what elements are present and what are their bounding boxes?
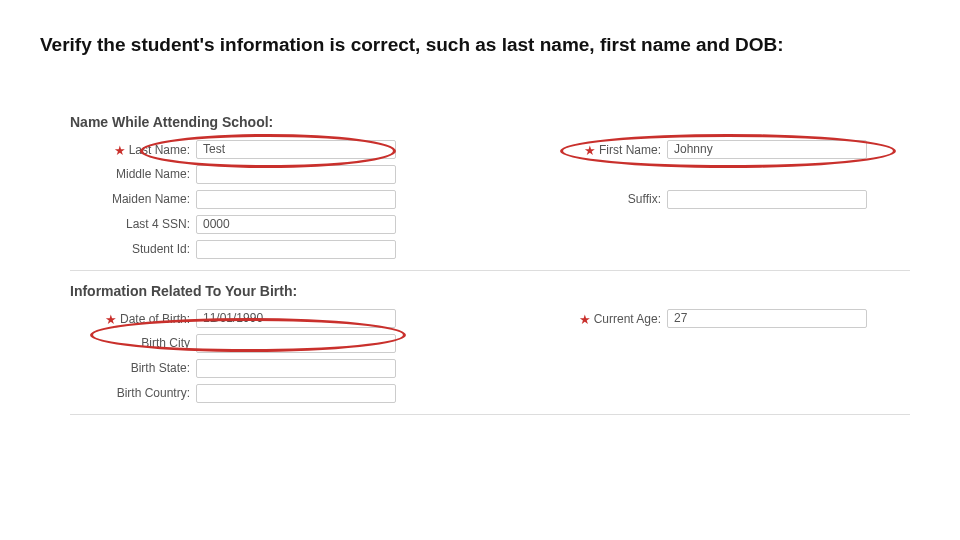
ssn-label: Last 4 SSN: xyxy=(70,217,196,231)
birth-state-input[interactable] xyxy=(196,359,396,378)
last-name-label: ★Last Name: xyxy=(70,142,196,157)
birth-city-label: Birth City xyxy=(70,336,196,350)
middle-name-input[interactable] xyxy=(196,165,396,184)
dob-label: ★Date of Birth: xyxy=(70,311,196,326)
dob-input[interactable] xyxy=(196,309,396,328)
birth-state-label: Birth State: xyxy=(70,361,196,375)
student-id-input[interactable] xyxy=(196,240,396,259)
last-name-label-text: Last Name: xyxy=(129,143,190,157)
row-student-id: Student Id: xyxy=(70,238,910,260)
suffix-input[interactable] xyxy=(667,190,867,209)
first-name-input[interactable] xyxy=(667,140,867,159)
row-maiden-suffix: Maiden Name: Suffix: xyxy=(70,188,910,210)
section-divider xyxy=(70,270,910,271)
birth-country-label: Birth Country: xyxy=(70,386,196,400)
section-divider xyxy=(70,414,910,415)
row-ssn: Last 4 SSN: xyxy=(70,213,910,235)
row-dob-age: ★Date of Birth: ★Current Age: xyxy=(70,307,910,329)
current-age-label: ★Current Age: xyxy=(561,311,667,326)
birth-city-input[interactable] xyxy=(196,334,396,353)
student-id-label: Student Id: xyxy=(70,242,196,256)
current-age-label-text: Current Age: xyxy=(594,312,661,326)
row-birth-state: Birth State: xyxy=(70,357,910,379)
student-form: Name While Attending School: ★Last Name:… xyxy=(70,110,910,427)
maiden-name-label: Maiden Name: xyxy=(70,192,196,206)
section-heading-birth: Information Related To Your Birth: xyxy=(70,283,910,299)
row-middle-name: Middle Name: xyxy=(70,163,910,185)
required-star-icon: ★ xyxy=(105,312,117,327)
required-star-icon: ★ xyxy=(579,312,591,327)
dob-label-text: Date of Birth: xyxy=(120,312,190,326)
maiden-name-input[interactable] xyxy=(196,190,396,209)
required-star-icon: ★ xyxy=(114,143,126,158)
current-age-input[interactable] xyxy=(667,309,867,328)
section-heading-name: Name While Attending School: xyxy=(70,114,910,130)
ssn-input[interactable] xyxy=(196,215,396,234)
first-name-label-text: First Name: xyxy=(599,143,661,157)
first-name-label: ★First Name: xyxy=(561,142,667,157)
middle-name-label: Middle Name: xyxy=(70,167,196,181)
row-last-first: ★Last Name: ★First Name: xyxy=(70,138,910,160)
required-star-icon: ★ xyxy=(584,143,596,158)
suffix-label: Suffix: xyxy=(561,192,667,206)
instruction-text: Verify the student's information is corr… xyxy=(40,34,784,56)
birth-country-input[interactable] xyxy=(196,384,396,403)
row-birth-country: Birth Country: xyxy=(70,382,910,404)
last-name-input[interactable] xyxy=(196,140,396,159)
row-birth-city: Birth City xyxy=(70,332,910,354)
